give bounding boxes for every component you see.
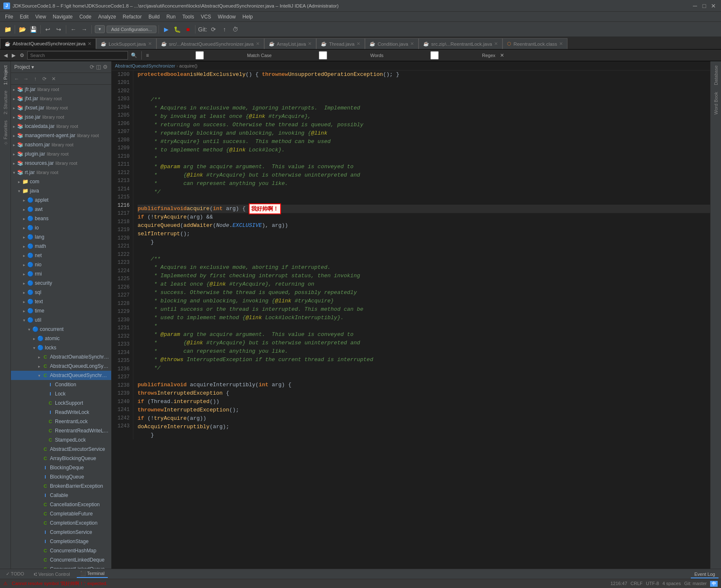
wordbook-btn[interactable]: Word Book xyxy=(712,89,720,117)
new-project-btn[interactable]: 📁 xyxy=(3,24,13,34)
tree-item-plugin.jar[interactable]: ▸ 📚 plugin.jar library root xyxy=(11,149,111,159)
tab-arraylist[interactable]: ☕ ArrayList.java ✕ xyxy=(264,38,317,49)
tab-close-aqs-src[interactable]: ✕ xyxy=(256,41,260,47)
save-btn[interactable]: 💾 xyxy=(28,24,38,34)
search-next-btn[interactable]: ▶ xyxy=(10,52,17,58)
side-tab-favorites[interactable]: ☆ Favorites xyxy=(1,118,10,148)
collapse-btn[interactable]: ◫ xyxy=(96,64,101,70)
tree-item-Condition[interactable]: I Condition xyxy=(11,380,111,389)
tree-item-rmi[interactable]: ▸ 🔵 rmi xyxy=(11,269,111,278)
search-submit-btn[interactable]: 🔍 xyxy=(130,52,138,58)
tree-item-Lock[interactable]: I Lock xyxy=(11,389,111,398)
tree-item-jfr.jar[interactable]: ▸ 📚 jfr.jar library root xyxy=(11,85,111,94)
search-close-btn[interactable]: ✕ xyxy=(499,52,505,58)
tree-item-jfxswt.jar[interactable]: ▸ 📚 jfxswt.jar library root xyxy=(11,103,111,112)
menu-file[interactable]: File xyxy=(2,12,16,21)
tree-item-awt[interactable]: ▸ 🔵 awt xyxy=(11,205,111,214)
tree-item-ReentrantLock[interactable]: C ReentrantLock xyxy=(11,417,111,426)
tree-item-security[interactable]: ▸ 🔵 security xyxy=(11,278,111,288)
regex-checkbox[interactable] xyxy=(388,51,481,60)
redo-btn[interactable]: ↪ xyxy=(54,24,64,34)
tree-item-java[interactable]: ▾ 📁 java xyxy=(11,186,111,195)
tab-condition[interactable]: ☕ Condition.java ✕ xyxy=(365,38,419,49)
tree-item-time[interactable]: ▸ 🔵 time xyxy=(11,306,111,315)
tree-item-net[interactable]: ▸ 🔵 net xyxy=(11,251,111,260)
undo-btn[interactable]: ↩ xyxy=(43,24,53,34)
tree-item-com[interactable]: ▸ 📁 com xyxy=(11,177,111,186)
git-update-btn[interactable]: ⟳ xyxy=(208,24,219,34)
tree-item-CompletionService[interactable]: I CompletionService xyxy=(11,528,111,537)
st-refresh[interactable]: ⟳ xyxy=(40,75,49,83)
filter-btn[interactable]: ≡ xyxy=(145,52,150,58)
menu-window[interactable]: Window xyxy=(214,12,239,21)
menu-build[interactable]: Build xyxy=(145,12,163,21)
tree-item-ConcurrentLinkedQueue[interactable]: C ConcurrentLinkedQueue xyxy=(11,565,111,569)
side-tab-project[interactable]: 1: Project xyxy=(1,63,10,87)
debug-btn[interactable]: 🐛 xyxy=(172,24,182,34)
tree-item-concurrent[interactable]: ▾ 🔵 concurrent xyxy=(11,325,111,334)
tree-item-atomic[interactable]: ▸ 🔵 atomic xyxy=(11,334,111,343)
database-btn[interactable]: Database xyxy=(712,63,720,88)
st-up[interactable]: ↑ xyxy=(31,75,39,83)
tree-item-jfxt.jar[interactable]: ▸ 📚 jfxt.jar library root xyxy=(11,94,111,103)
bottom-tab-vc[interactable]: ⑆ Version Control xyxy=(31,571,73,578)
menu-code[interactable]: Code xyxy=(76,12,95,21)
search-options-btn[interactable]: ⚙ xyxy=(18,52,26,58)
status-position[interactable]: 1216:47 xyxy=(611,581,627,587)
tree-item-locks[interactable]: ▾ 🔵 locks xyxy=(11,343,111,352)
tree-item-localedata.jar[interactable]: ▸ 📚 localedata.jar library root xyxy=(11,122,111,131)
tree-item-text[interactable]: ▸ 🔵 text xyxy=(11,297,111,306)
tree-item-util[interactable]: ▾ 🔵 util xyxy=(11,315,111,325)
close-button[interactable]: ✕ xyxy=(709,2,718,10)
tree-item-StampedLock[interactable]: C StampedLock xyxy=(11,435,111,445)
menu-tools[interactable]: Tools xyxy=(179,12,198,21)
tree-item-lang[interactable]: ▸ 🔵 lang xyxy=(11,232,111,242)
git-history-btn[interactable]: ⏱ xyxy=(230,24,240,34)
git-btn[interactable]: Git: xyxy=(198,24,208,34)
menu-view[interactable]: View xyxy=(32,12,49,21)
open-btn[interactable]: 📂 xyxy=(17,24,27,34)
match-case-option[interactable]: Match Case xyxy=(152,51,273,60)
tree-item-AbstractQueuedLongSynchronizer[interactable]: ▸ C AbstractQueuedLongSynchronizer xyxy=(11,362,111,371)
tree-item-LockSupport[interactable]: C LockSupport xyxy=(11,398,111,408)
tab-thread[interactable]: ☕ Thread.java ✕ xyxy=(316,38,365,49)
menu-navigate[interactable]: Navigate xyxy=(49,12,76,21)
tab-close-t[interactable]: ✕ xyxy=(357,41,360,47)
tree-item-ConcurrentLinkedDeque[interactable]: C ConcurrentLinkedDeque xyxy=(11,555,111,565)
menu-edit[interactable]: Edit xyxy=(16,12,32,21)
bottom-tab-todo[interactable]: ✓ TODO xyxy=(3,570,27,578)
event-log-btn[interactable]: Event Log xyxy=(691,571,718,577)
tree-item-AbstractExecutorService[interactable]: C AbstractExecutorService xyxy=(11,445,111,454)
tab-close-c[interactable]: ✕ xyxy=(410,41,414,47)
tree-item-ReadWriteLock[interactable]: I ReadWriteLock xyxy=(11,408,111,417)
tab-close-aqs[interactable]: ✕ xyxy=(88,41,91,47)
git-push-btn[interactable]: ↑ xyxy=(219,24,229,34)
search-prev-btn[interactable]: ◀ xyxy=(3,52,9,58)
minimize-button[interactable]: ─ xyxy=(691,2,699,10)
status-indent[interactable]: 4 spaces xyxy=(662,581,681,587)
breadcrumb-file[interactable]: AbstractQueuedSynchronizer xyxy=(115,63,175,68)
tree-item-rt.jar[interactable]: ▾ 📚 rt.jar library root xyxy=(11,168,111,177)
menu-vcs[interactable]: VCS xyxy=(198,12,215,21)
words-checkbox[interactable] xyxy=(277,51,369,60)
forward-btn[interactable]: → xyxy=(79,24,89,34)
tree-item-CompletionException[interactable]: C CompletionException xyxy=(11,518,111,528)
bottom-tab-terminal[interactable]: ⬛ Terminal xyxy=(77,570,108,578)
tree-item-applet[interactable]: ▸ 🔵 applet xyxy=(11,195,111,205)
tab-reentrantlock-class[interactable]: ⬡ ReentrantLock.class ✕ xyxy=(502,38,567,49)
menu-refactor[interactable]: Refactor xyxy=(120,12,145,21)
tab-reentrantlock-src[interactable]: ☕ src.zip\...ReentrantLock.java ✕ xyxy=(419,38,502,49)
maximize-button[interactable]: □ xyxy=(700,2,708,10)
tab-locksupport[interactable]: ☕ LockSupport.java ✕ xyxy=(96,38,156,49)
tree-item-management-agent.jar[interactable]: ▸ 📚 management-agent.jar library root xyxy=(11,131,111,140)
tab-close-rl[interactable]: ✕ xyxy=(494,41,498,47)
match-case-checkbox[interactable] xyxy=(154,51,246,60)
tree-item-io[interactable]: ▸ 🔵 io xyxy=(11,223,111,232)
tab-close-rlc[interactable]: ✕ xyxy=(559,41,563,47)
tree-item-CancellationException[interactable]: C CancellationException xyxy=(11,500,111,509)
tree-item-CompletableFuture[interactable]: C CompletableFuture xyxy=(11,509,111,518)
tree-item-resources.jar[interactable]: ▸ 📚 resources.jar library root xyxy=(11,159,111,168)
code-editor[interactable]: 1200120112021203120412051206120712081209… xyxy=(112,70,710,569)
st-forward[interactable]: → xyxy=(22,75,30,83)
tab-aqs-src[interactable]: ☕ src/...AbstractQueuedSynchronizer.java… xyxy=(156,38,264,49)
